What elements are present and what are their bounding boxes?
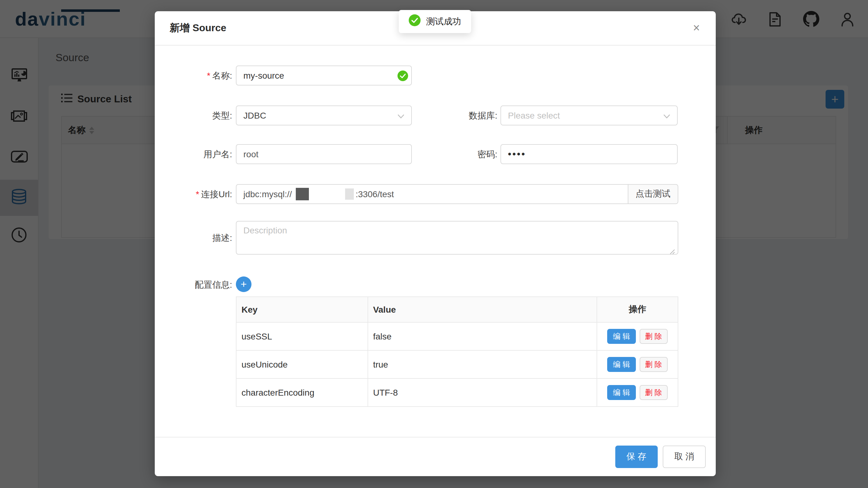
config-key: characterEncoding xyxy=(236,378,368,406)
type-select[interactable]: JDBC xyxy=(236,105,412,125)
redacted-host-block-2 xyxy=(345,188,354,200)
description-textarea[interactable] xyxy=(236,221,678,254)
config-label: 配置信息: xyxy=(167,275,232,295)
config-col-action: 操作 xyxy=(597,297,678,322)
config-row: useSSL false 编 辑删 除 xyxy=(236,322,678,350)
config-col-key: Key xyxy=(236,297,368,322)
password-label: 密码: xyxy=(423,144,497,164)
delete-button[interactable]: 删 除 xyxy=(639,329,668,344)
success-check-icon xyxy=(409,14,421,29)
add-source-modal: 新增 Source × *名称: 类型: JDBC 数据库: Please se… xyxy=(155,11,716,476)
test-connection-button[interactable]: 点击测试 xyxy=(628,184,678,204)
edit-button[interactable]: 编 辑 xyxy=(607,385,636,400)
chevron-down-icon xyxy=(663,106,670,125)
edit-button[interactable]: 编 辑 xyxy=(607,329,636,344)
config-col-value: Value xyxy=(368,297,597,322)
config-row: characterEncoding UTF-8 编 辑删 除 xyxy=(236,378,678,406)
description-label: 描述: xyxy=(167,228,232,248)
toast-message: 测试成功 xyxy=(426,16,461,27)
app: davinci xyxy=(0,0,868,488)
edit-button[interactable]: 编 辑 xyxy=(607,357,636,372)
url-input[interactable]: jdbc:mysql:// :3306/test xyxy=(236,184,628,204)
success-toast: 测试成功 xyxy=(399,10,471,33)
chevron-down-icon xyxy=(398,106,404,125)
name-input[interactable] xyxy=(236,65,412,86)
delete-button[interactable]: 删 除 xyxy=(639,385,668,400)
config-table: Key Value 操作 useSSL false 编 辑删 除 useUnic… xyxy=(236,297,678,407)
config-value: true xyxy=(368,350,597,378)
config-value: false xyxy=(368,322,597,350)
database-label: 数据库: xyxy=(423,105,497,125)
save-button[interactable]: 保 存 xyxy=(615,446,658,468)
close-icon[interactable]: × xyxy=(688,20,705,36)
config-row: useUnicode true 编 辑删 除 xyxy=(236,350,678,378)
delete-button[interactable]: 删 除 xyxy=(639,357,668,372)
modal-footer: 保 存 取 消 xyxy=(155,437,716,476)
config-table-header: Key Value 操作 xyxy=(236,297,678,322)
redacted-host-block xyxy=(296,188,309,200)
database-select[interactable]: Please select xyxy=(500,105,678,125)
cancel-button[interactable]: 取 消 xyxy=(663,446,706,468)
valid-check-icon xyxy=(398,70,408,84)
config-key: useSSL xyxy=(236,322,368,350)
config-key: useUnicode xyxy=(236,350,368,378)
username-input[interactable] xyxy=(236,144,412,164)
add-config-button[interactable]: + xyxy=(236,276,251,292)
password-input[interactable]: •••• xyxy=(500,144,678,164)
config-value: UTF-8 xyxy=(368,378,597,406)
modal-title: 新增 Source xyxy=(170,11,226,45)
name-label: *名称: xyxy=(167,65,232,86)
username-label: 用户名: xyxy=(167,144,232,164)
type-label: 类型: xyxy=(167,105,232,125)
url-label: *连接Url: xyxy=(167,184,232,204)
url-field-group: jdbc:mysql:// :3306/test 点击测试 xyxy=(236,184,678,204)
